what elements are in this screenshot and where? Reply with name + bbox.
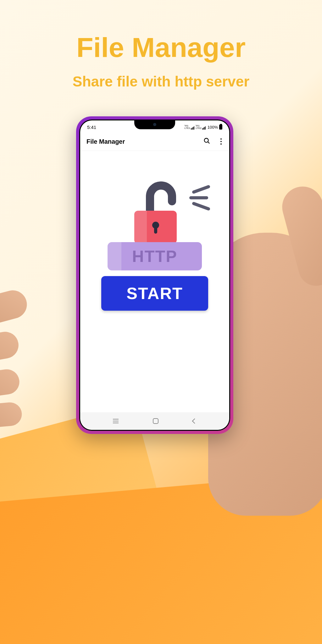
promo-subtitle: Share file with http server bbox=[0, 73, 322, 90]
svg-line-1 bbox=[208, 142, 210, 144]
battery-icon bbox=[219, 125, 222, 130]
navigation-bar bbox=[80, 412, 229, 430]
search-icon bbox=[203, 137, 210, 144]
promo-header: File Manager Share file with http server bbox=[0, 0, 322, 90]
http-lock-illustration: HTTP bbox=[108, 182, 202, 270]
alert-lines-icon bbox=[189, 189, 208, 211]
app-bar: File Manager bbox=[80, 132, 229, 151]
app-title: File Manager bbox=[86, 138, 125, 145]
http-badge: HTTP bbox=[108, 242, 202, 270]
svg-point-0 bbox=[204, 138, 208, 142]
status-indicators: Vo) LTE1 Vo) LTE2 bbox=[185, 125, 222, 130]
promo-title: File Manager bbox=[0, 31, 322, 64]
keyhole-icon bbox=[152, 222, 159, 229]
start-button-label: START bbox=[126, 284, 183, 303]
status-time: 5:41 bbox=[87, 125, 96, 130]
signal-icon bbox=[202, 126, 206, 130]
phone-in-hand: 5:41 Vo) LTE1 bbox=[19, 116, 303, 619]
nav-home-button[interactable] bbox=[153, 418, 158, 424]
lock-body-icon bbox=[134, 211, 177, 244]
main-content: HTTP START bbox=[80, 151, 229, 361]
phone-screen: 5:41 Vo) LTE1 bbox=[80, 120, 229, 430]
phone-notch bbox=[134, 120, 175, 129]
start-button[interactable]: START bbox=[101, 276, 208, 311]
dots-icon bbox=[220, 138, 222, 140]
nav-back-button[interactable] bbox=[192, 419, 197, 424]
phone-frame: 5:41 Vo) LTE1 bbox=[76, 116, 233, 434]
http-label: HTTP bbox=[132, 247, 177, 266]
search-button[interactable] bbox=[203, 137, 210, 146]
nav-recents-button[interactable] bbox=[113, 421, 119, 421]
more-options-button[interactable] bbox=[219, 138, 223, 145]
signal-icon bbox=[191, 126, 194, 130]
battery-percent: 100% bbox=[208, 125, 218, 130]
